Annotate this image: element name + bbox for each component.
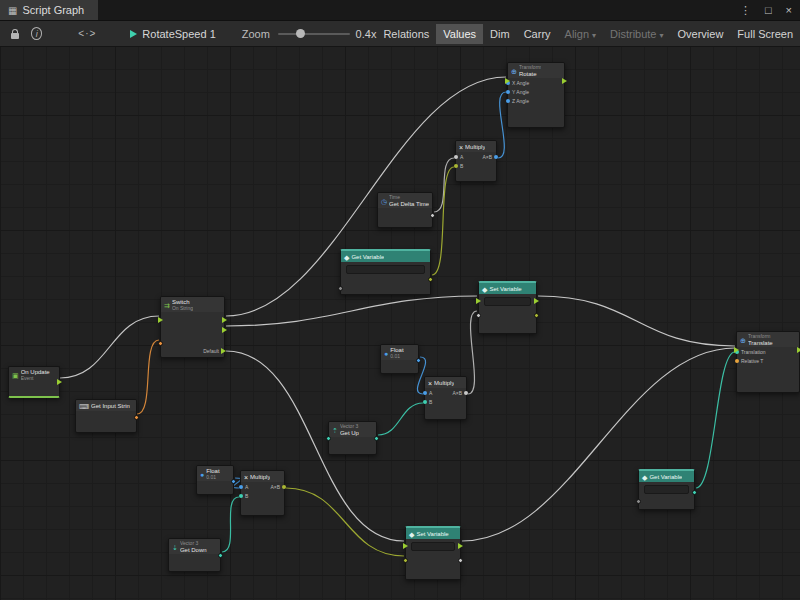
- node-rotate[interactable]: ⊕TransformRotateX AngleY AngleZ Angle: [507, 62, 565, 128]
- node-multiply-a[interactable]: ×MultiplyAA×BB: [455, 140, 497, 182]
- window-maximize-icon[interactable]: □: [765, 4, 772, 16]
- window-menu-icon[interactable]: ⋮: [740, 4, 751, 17]
- node-header: ◆Get Variable: [639, 471, 694, 482]
- node-title: Get Variable: [351, 254, 384, 261]
- input-port[interactable]: [506, 90, 510, 94]
- input-flow-port[interactable]: [403, 543, 408, 549]
- input-port[interactable]: [423, 400, 427, 404]
- input-value-port[interactable]: [636, 499, 641, 504]
- node-header: ⌨Get Input Strin: [76, 400, 136, 411]
- output-flow-port[interactable]: [222, 327, 227, 333]
- output-value-port[interactable]: [430, 213, 435, 218]
- output-value-port[interactable]: [534, 313, 539, 318]
- output-flow-port[interactable]: [562, 78, 567, 84]
- node-subtitle: 0.01: [206, 475, 219, 481]
- output-flow-port[interactable]: [458, 543, 463, 549]
- wire: [286, 488, 404, 556]
- variable-name-field[interactable]: [484, 297, 531, 306]
- output-flow-port[interactable]: [222, 317, 227, 323]
- overview-button[interactable]: Overview: [671, 24, 731, 44]
- node-set-variable-b[interactable]: ◆Set Variable: [405, 526, 461, 580]
- node-title: Get Delta Time: [389, 201, 429, 208]
- node-translate[interactable]: ⊕TransformTranslateTranslationRelative T: [736, 331, 800, 393]
- node-get-variable-b[interactable]: ◆Get Variable: [638, 469, 695, 510]
- output-value-port[interactable]: [416, 358, 421, 363]
- input-port[interactable]: [735, 359, 739, 363]
- vector-down-icon: ⇣: [172, 544, 178, 551]
- port-label: Z Angle: [512, 98, 529, 104]
- node-on-update[interactable]: ▣On UpdateEvent: [8, 366, 60, 398]
- relations-button[interactable]: Relations: [376, 24, 436, 44]
- input-value-port[interactable]: [326, 436, 331, 441]
- input-port[interactable]: [239, 494, 243, 498]
- insert-node-icon[interactable]: <·>: [78, 25, 96, 43]
- carry-button[interactable]: Carry: [517, 24, 558, 44]
- port-label: A: [460, 154, 463, 160]
- output-port[interactable]: [464, 391, 468, 395]
- input-flow-port[interactable]: [476, 298, 481, 304]
- fullscreen-button[interactable]: Full Screen: [730, 24, 800, 44]
- node-multiply-b[interactable]: ×MultiplyAA×BB: [424, 376, 467, 420]
- input-port[interactable]: [454, 164, 458, 168]
- output-value-port[interactable]: [458, 558, 463, 563]
- output-value-port[interactable]: [134, 415, 139, 420]
- input-value-port[interactable]: [476, 313, 481, 318]
- dim-button[interactable]: Dim: [483, 24, 517, 44]
- output-value-port[interactable]: [692, 490, 697, 495]
- node-set-variable-a[interactable]: ◆Set Variable: [478, 281, 537, 334]
- node-get-variable-a[interactable]: ◆Get Variable: [340, 249, 431, 295]
- variable-name-field[interactable]: [346, 265, 425, 274]
- output-value-port[interactable]: [428, 277, 433, 282]
- graph-canvas[interactable]: ▣On UpdateEvent⌨Get Input Strin⇉SwitchOn…: [0, 0, 800, 600]
- node-title: Rotate: [519, 71, 542, 78]
- port-label: Relative T: [741, 358, 763, 364]
- node-get-delta-time[interactable]: ◷TimeGet Delta Time: [377, 192, 433, 228]
- node-multiply-c[interactable]: ×MultiplyAA×BB: [240, 470, 285, 516]
- input-value-port[interactable]: [403, 558, 408, 563]
- output-port[interactable]: [494, 155, 498, 159]
- lock-icon[interactable]: [9, 25, 21, 43]
- node-header: ◷TimeGet Delta Time: [378, 193, 432, 208]
- output-flow-port[interactable]: [57, 379, 62, 385]
- input-flow-port[interactable]: [158, 317, 163, 323]
- distribute-button[interactable]: Distribute▾: [603, 24, 670, 44]
- info-icon[interactable]: i: [31, 27, 42, 40]
- wire: [378, 403, 423, 435]
- node-float-b[interactable]: ●Float0.01: [196, 465, 234, 495]
- port-label: B: [429, 399, 432, 405]
- node-switch-on-string[interactable]: ⇉SwitchOn StringDefault: [160, 296, 225, 358]
- input-port[interactable]: [454, 155, 458, 159]
- input-port[interactable]: [506, 99, 510, 103]
- monitor-event-icon: ▣: [12, 372, 19, 379]
- node-get-up[interactable]: ⇡Vector 3Get Up: [328, 421, 377, 455]
- float-icon: ●: [384, 350, 388, 357]
- output-value-port[interactable]: [218, 553, 223, 558]
- port-label: X Angle: [512, 80, 529, 86]
- port-row: AA×B: [456, 152, 496, 161]
- node-float-a[interactable]: ●Float0.01: [380, 344, 419, 374]
- window-close-icon[interactable]: ×: [786, 4, 792, 16]
- node-subtitle: Event: [21, 376, 50, 382]
- input-flow-port[interactable]: [734, 347, 739, 353]
- flow-output-port[interactable]: [221, 348, 226, 354]
- zoom-slider[interactable]: [278, 27, 350, 41]
- align-button[interactable]: Align▾: [558, 24, 603, 44]
- input-value-port[interactable]: [338, 286, 343, 291]
- values-button[interactable]: Values: [436, 24, 483, 44]
- output-value-port[interactable]: [374, 436, 379, 441]
- variable-name-field[interactable]: [644, 485, 689, 494]
- zoom-slider-thumb[interactable]: [296, 29, 305, 38]
- variable-name-field[interactable]: [411, 542, 455, 551]
- input-port[interactable]: [239, 485, 243, 489]
- output-port[interactable]: [282, 485, 286, 489]
- node-get-down[interactable]: ⇣Vector 3Get Down: [168, 538, 221, 572]
- node-get-input-string[interactable]: ⌨Get Input Strin: [75, 399, 137, 433]
- input-flow-port[interactable]: [505, 78, 510, 84]
- graph-reference[interactable]: RotateSpeed 1: [130, 28, 215, 40]
- input-value-port[interactable]: [158, 341, 163, 346]
- input-port[interactable]: [423, 391, 427, 395]
- output-flow-port[interactable]: [534, 298, 539, 304]
- output-value-port[interactable]: [231, 479, 236, 484]
- node-header: ⊕TransformRotate: [508, 63, 564, 78]
- tab-script-graph[interactable]: ▦ Script Graph: [0, 0, 98, 20]
